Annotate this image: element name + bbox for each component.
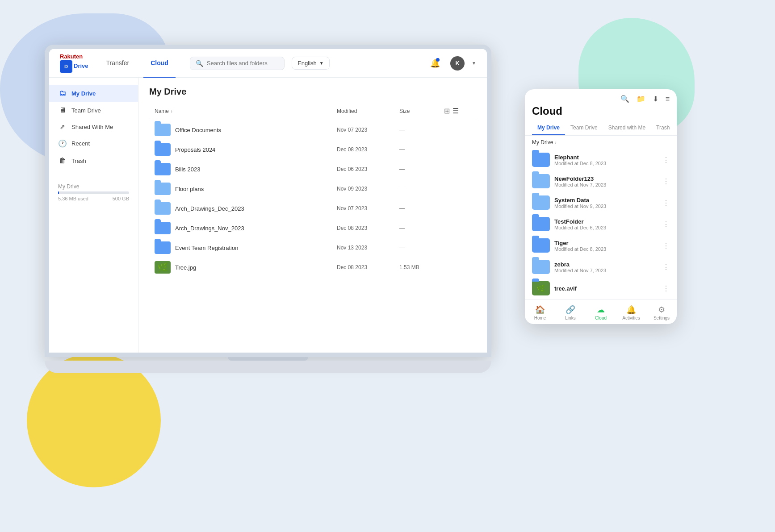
rp-nav-label-cloud: Cloud	[595, 316, 607, 320]
grid-view-icon[interactable]: ⊞	[444, 107, 450, 115]
file-modified: Nov 07 2023	[337, 205, 399, 212]
rp-file-name: tree.avif	[554, 285, 658, 292]
rp-nav-label-home: Home	[534, 316, 546, 320]
rp-file-item[interactable]: zebra Modified at Nov 7, 2023 ⋮	[528, 256, 673, 278]
rp-more-button[interactable]: ⋮	[662, 199, 670, 207]
sidebar-item-recent[interactable]: 🕐 Recent	[49, 135, 138, 152]
sidebar-item-shared-with-me[interactable]: ⇗ Shared With Me	[49, 119, 138, 135]
rp-file-name: zebra	[554, 261, 658, 268]
rp-folder-icon	[532, 195, 550, 210]
rp-file-item[interactable]: Tiger Modified at Dec 8, 2023 ⋮	[528, 235, 673, 256]
file-name-cell: Proposals 2024	[155, 143, 337, 156]
file-row[interactable]: Proposals 2024 Dec 08 2023 —	[149, 140, 476, 159]
rp-file-name: NewFolder123	[554, 175, 658, 182]
file-thumb: 🌿	[155, 261, 171, 274]
rp-nav-activities[interactable]: 🔔 Activities	[616, 303, 646, 322]
file-name: Office Documents	[175, 127, 221, 133]
folder-icon	[155, 143, 171, 156]
language-select[interactable]: English ▼	[292, 57, 330, 70]
rp-nav-cloud[interactable]: ☁ Cloud	[586, 303, 616, 322]
rp-nav-home[interactable]: 🏠 Home	[525, 303, 555, 322]
rp-upload-folder-icon[interactable]: 📁	[637, 95, 645, 103]
sidebar-item-team-drive[interactable]: 🖥 Team Drive	[49, 102, 138, 119]
storage-bar-background	[58, 191, 129, 194]
rp-file-date: Modified at Dec 8, 2023	[554, 161, 658, 166]
rp-file-date: Modified at Dec 6, 2023	[554, 225, 658, 230]
storage-bar-fill	[58, 191, 59, 194]
file-name: Floor plans	[175, 186, 204, 192]
rp-download-icon[interactable]: ⬇	[653, 95, 658, 103]
sidebar-item-my-drive[interactable]: 🗂 My Drive	[49, 85, 138, 102]
rp-tab-my-drive[interactable]: My Drive	[532, 121, 565, 135]
file-row[interactable]: 🌿 Tree.jpg Dec 08 2023 1.53 MB	[149, 258, 476, 277]
file-name: Arch_Drawings_Nov_2023	[175, 225, 244, 232]
rp-search-icon[interactable]: 🔍	[620, 95, 629, 103]
rp-more-button[interactable]: ⋮	[662, 156, 670, 164]
rp-bottomnav: 🏠 Home 🔗 Links ☁ Cloud 🔔 Activities ⚙ Se…	[525, 299, 677, 324]
file-size: 1.53 MB	[399, 264, 444, 270]
logo: Rakuten D Drive	[60, 54, 88, 72]
file-modified: Nov 09 2023	[337, 186, 399, 192]
laptop-screen: Rakuten D Drive Transfer Cloud 🔍	[45, 45, 491, 357]
main-content: 🗂 My Drive 🖥 Team Drive ⇗ Shared With Me…	[49, 78, 487, 353]
sidebar-item-trash[interactable]: 🗑 Trash	[49, 152, 138, 169]
rp-file-info: System Data Modified at Nov 9, 2023	[554, 197, 658, 209]
rp-file-icon: 🌿	[532, 281, 550, 295]
notifications-button[interactable]: 🔔	[427, 55, 443, 71]
rp-more-button[interactable]: ⋮	[662, 220, 670, 229]
file-size: —	[399, 245, 444, 251]
folder-shared-icon	[155, 124, 171, 136]
rp-more-button[interactable]: ⋮	[662, 284, 670, 293]
rp-nav-icon-settings: ⚙	[658, 305, 665, 315]
file-row[interactable]: Office Documents Nov 07 2023 —	[149, 120, 476, 140]
laptop-container: Rakuten D Drive Transfer Cloud 🔍	[45, 45, 491, 384]
rp-more-button[interactable]: ⋮	[662, 263, 670, 271]
file-row[interactable]: Arch_Drawings_Nov_2023 Dec 08 2023 —	[149, 218, 476, 238]
nav-tab-transfer[interactable]: Transfer	[99, 49, 137, 78]
file-row[interactable]: Arch_Drawings_Dec_2023 Nov 07 2023 —	[149, 199, 476, 218]
rp-more-button[interactable]: ⋮	[662, 241, 670, 250]
rp-file-item[interactable]: Elephant Modified at Dec 8, 2023 ⋮	[528, 149, 673, 170]
sidebar-label-trash: Trash	[71, 158, 86, 164]
rp-breadcrumb: My Drive ›	[525, 136, 677, 149]
file-name: Bills 2023	[175, 166, 200, 173]
rp-file-item[interactable]: NewFolder123 Modified at Nov 7, 2023 ⋮	[528, 170, 673, 192]
rp-folder-icon	[532, 260, 550, 274]
rp-breadcrumb-link[interactable]: My Drive	[532, 139, 553, 145]
file-name-cell: Floor plans	[155, 183, 337, 195]
nav-tab-cloud[interactable]: Cloud	[143, 49, 176, 78]
rp-tab-team-drive[interactable]: Team Drive	[565, 121, 603, 135]
file-row[interactable]: Floor plans Nov 09 2023 —	[149, 179, 476, 199]
file-size: —	[399, 205, 444, 212]
file-table-header: Name ↓ Modified Size ⊞ ☰	[149, 104, 476, 118]
rp-file-item[interactable]: System Data Modified at Nov 9, 2023 ⋮	[528, 192, 673, 213]
file-row[interactable]: Event Team Registration Nov 13 2023 —	[149, 238, 476, 258]
folder-icon	[155, 222, 171, 234]
rp-file-item[interactable]: TestFolder Modified at Dec 6, 2023 ⋮	[528, 213, 673, 235]
rp-filter-icon[interactable]: ≡	[666, 95, 670, 103]
avatar-chevron[interactable]: ▼	[472, 61, 476, 66]
storage-total: 500 GB	[113, 196, 129, 201]
search-input[interactable]	[207, 60, 279, 66]
avatar-button[interactable]: K	[450, 56, 465, 71]
rp-nav-label-settings: Settings	[654, 316, 670, 320]
rp-nav-links[interactable]: 🔗 Links	[555, 303, 586, 322]
rp-nav-settings[interactable]: ⚙ Settings	[646, 303, 677, 322]
rp-tab-trash[interactable]: Trash	[651, 121, 675, 135]
sidebar-label-recent: Recent	[71, 140, 90, 147]
file-row[interactable]: Bills 2023 Dec 06 2023 —	[149, 159, 476, 179]
folder-icon	[155, 241, 171, 254]
rp-tab-shared-with-me[interactable]: Shared with Me	[603, 121, 651, 135]
search-bar[interactable]: 🔍	[190, 57, 285, 70]
file-name-cell: 🌿 Tree.jpg	[155, 261, 337, 274]
rp-file-info: tree.avif	[554, 285, 658, 292]
rp-folder-icon	[532, 217, 550, 231]
sort-icon[interactable]: ↓	[171, 108, 173, 113]
file-area-title: My Drive	[149, 87, 476, 97]
trash-icon: 🗑	[58, 157, 67, 165]
list-view-icon[interactable]: ☰	[452, 107, 459, 115]
rp-more-button[interactable]: ⋮	[662, 177, 670, 186]
rp-file-item[interactable]: 🌿 tree.avif ⋮	[528, 278, 673, 299]
file-name: Tree.jpg	[175, 264, 196, 271]
file-name: Proposals 2024	[175, 146, 215, 153]
